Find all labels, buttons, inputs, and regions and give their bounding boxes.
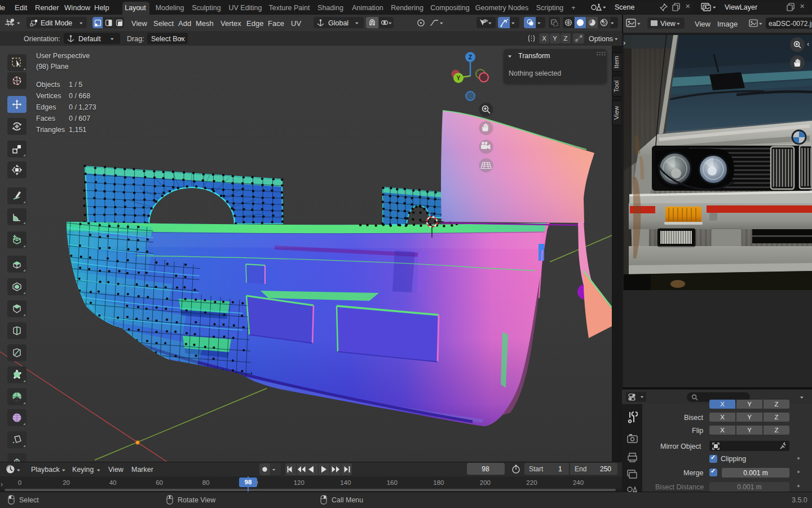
svg-text:Z: Z	[469, 54, 473, 60]
svg-text:Y: Y	[456, 75, 460, 81]
